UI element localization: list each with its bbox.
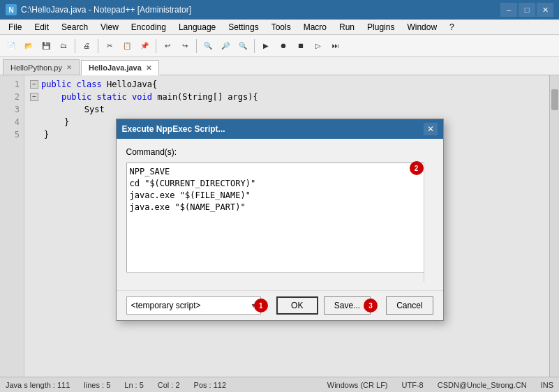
- title-bar-left: N C:\HelloJava.java - Notepad++ [Adminis…: [6, 4, 191, 15]
- toolbar-cut[interactable]: ✂: [101, 38, 118, 54]
- close-button[interactable]: ✕: [537, 3, 553, 17]
- tab-bar: HelloPython.py ✕ HelloJava.java ✕: [0, 57, 559, 75]
- dialog-title: Execute NppExec Script...: [122, 124, 225, 134]
- window-title: C:\HelloJava.java - Notepad++ [Administr…: [21, 5, 191, 15]
- execute-dialog: Execute NppExec Script... ✕ Command(s): …: [116, 119, 444, 321]
- menu-file[interactable]: File: [3, 21, 27, 33]
- textarea-hscrollbar[interactable]: [126, 272, 424, 282]
- menu-tools[interactable]: Tools: [266, 21, 297, 33]
- menu-run[interactable]: Run: [334, 21, 360, 33]
- toolbar-macro2[interactable]: ⏺: [275, 38, 292, 54]
- tab-hellojava-label: HelloJava.java: [89, 63, 142, 72]
- tab-hellopython[interactable]: HelloPython.py ✕: [3, 59, 80, 75]
- dialog-body: Command(s): NPP_SAVE cd "$(CURRENT_DIREC…: [117, 139, 443, 290]
- toolbar-macro3[interactable]: ⏹: [292, 38, 309, 54]
- app-window: N C:\HelloJava.java - Notepad++ [Adminis…: [0, 0, 559, 392]
- menu-settings[interactable]: Settings: [223, 21, 264, 33]
- minimize-button[interactable]: –: [500, 3, 517, 17]
- toolbar-copy[interactable]: 📋: [119, 38, 135, 54]
- menu-window[interactable]: Window: [401, 21, 442, 33]
- toolbar-macro4[interactable]: ▷: [310, 38, 327, 54]
- commands-textarea[interactable]: NPP_SAVE cd "$(CURRENT_DIRECTORY)" javac…: [126, 163, 433, 278]
- toolbar-sep-1: [75, 39, 75, 53]
- dialog-bottom-row: <temporary script> 1 OK Save... 3 Cancel: [117, 290, 443, 320]
- toolbar-open[interactable]: 📂: [20, 38, 37, 54]
- badge-1: 1: [254, 299, 268, 312]
- toolbar-undo[interactable]: ↩: [159, 38, 176, 54]
- toolbar-sep-2: [98, 39, 98, 53]
- title-bar: N C:\HelloJava.java - Notepad++ [Adminis…: [0, 0, 559, 20]
- menu-encoding[interactable]: Encoding: [126, 21, 172, 33]
- tab-hellopython-label: HelloPython.py: [10, 63, 62, 72]
- ok-button[interactable]: OK: [276, 296, 318, 315]
- app-icon: N: [6, 4, 17, 15]
- menu-help[interactable]: ?: [444, 21, 460, 33]
- toolbar-save-all[interactable]: 🗂: [55, 38, 72, 54]
- toolbar-sep-5: [254, 39, 255, 53]
- toolbar-paste[interactable]: 📌: [136, 38, 153, 54]
- menu-search[interactable]: Search: [56, 21, 94, 33]
- maximize-button[interactable]: □: [519, 3, 535, 17]
- script-dropdown[interactable]: <temporary script>: [126, 296, 261, 315]
- menu-plugins[interactable]: Plugins: [362, 21, 400, 33]
- dialog-close-button[interactable]: ✕: [424, 123, 438, 135]
- toolbar-save[interactable]: 💾: [38, 38, 54, 54]
- editor-wrapper: 1 2 3 4 5 – public class HelloJava{ – pu…: [0, 75, 559, 392]
- tab-hellojava-close[interactable]: ✕: [146, 64, 151, 72]
- tab-hellojava[interactable]: HelloJava.java ✕: [81, 60, 159, 75]
- toolbar-search[interactable]: 🔍: [200, 38, 216, 54]
- badge-2: 2: [410, 161, 424, 175]
- script-dropdown-value: <temporary script>: [131, 301, 201, 310]
- tab-hellopython-close[interactable]: ✕: [66, 63, 72, 71]
- toolbar-new[interactable]: 📄: [3, 38, 20, 54]
- menu-edit[interactable]: Edit: [29, 21, 54, 33]
- toolbar-sep-4: [196, 39, 197, 53]
- menu-bar: File Edit Search View Encoding Language …: [0, 20, 559, 35]
- cancel-button[interactable]: Cancel: [386, 296, 433, 315]
- badge-3: 3: [364, 299, 378, 312]
- toolbar-zoom-in[interactable]: 🔎: [217, 38, 234, 54]
- toolbar-macro1[interactable]: ▶: [258, 38, 274, 54]
- toolbar-print[interactable]: 🖨: [78, 38, 95, 54]
- toolbar-macro5[interactable]: ⏭: [327, 38, 344, 54]
- dialog-overlay: Execute NppExec Script... ✕ Command(s): …: [0, 75, 559, 392]
- commands-label: Command(s):: [126, 147, 433, 157]
- toolbar-redo[interactable]: ↪: [177, 38, 193, 54]
- toolbar: 📄 📂 💾 🗂 🖨 ✂ 📋 📌 ↩ ↪ 🔍 🔎 🔍 ▶ ⏺ ⏹ ▷ ⏭: [0, 35, 559, 57]
- toolbar-zoom-out[interactable]: 🔍: [234, 38, 251, 54]
- dialog-title-bar: Execute NppExec Script... ✕: [117, 119, 443, 139]
- toolbar-sep-3: [156, 39, 156, 53]
- textarea-vscrollbar[interactable]: [424, 163, 433, 282]
- menu-macro[interactable]: Macro: [298, 21, 332, 33]
- menu-view[interactable]: View: [95, 21, 124, 33]
- script-dropdown-wrapper: <temporary script>: [126, 296, 261, 315]
- window-controls: – □ ✕: [500, 3, 553, 17]
- menu-language[interactable]: Language: [173, 21, 221, 33]
- commands-textarea-wrapper: NPP_SAVE cd "$(CURRENT_DIRECTORY)" javac…: [126, 163, 433, 282]
